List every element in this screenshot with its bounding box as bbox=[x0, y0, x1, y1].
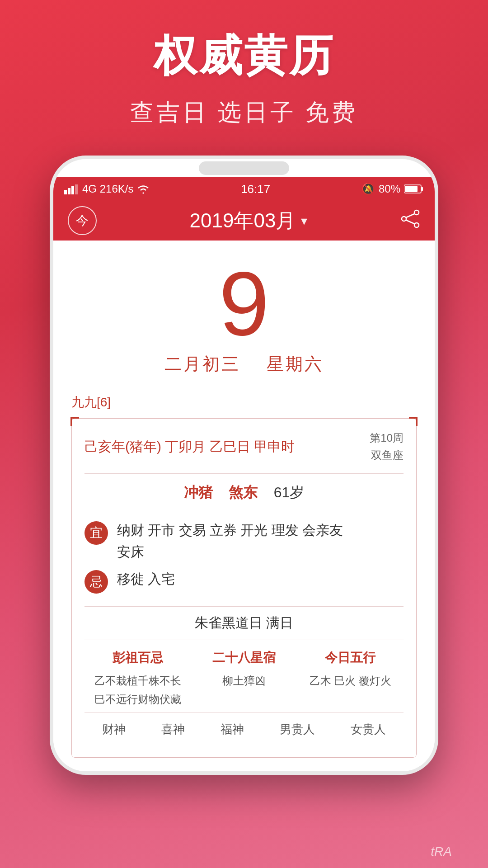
svg-point-7 bbox=[414, 210, 419, 215]
sha-label: 煞东 bbox=[229, 484, 258, 500]
spacer bbox=[247, 354, 260, 373]
week-num: 第10周 bbox=[370, 429, 404, 447]
phone-content: 9 二月初三 星期六 九九[6] 己亥年(猪年) 丁卯月 乙巳日 甲申时 第10… bbox=[53, 241, 435, 771]
status-left: 4G 216K/s bbox=[64, 183, 150, 195]
yi-row: 宜 纳财 开市 交易 立券 开光 理发 会亲友安床 bbox=[84, 519, 404, 563]
phone-mockup: 4G 216K/s 16:17 🔕 80% bbox=[50, 156, 438, 775]
lunar-date: 二月初三 bbox=[164, 354, 240, 373]
svg-rect-5 bbox=[421, 187, 423, 191]
wifi-icon bbox=[137, 184, 150, 194]
marketing-title: 权威黄历 bbox=[154, 27, 334, 86]
chong-label: 冲猪 bbox=[184, 484, 213, 500]
footer-nanguiren: 男贵人 bbox=[280, 722, 315, 737]
month-arrow: ▾ bbox=[301, 213, 307, 228]
pengzu-content: 乙不栽植千株不长巳不远行财物伏藏 bbox=[84, 672, 191, 709]
svg-rect-0 bbox=[64, 190, 67, 194]
zodiac: 双鱼座 bbox=[370, 447, 404, 464]
yi-content: 纳财 开市 交易 立券 开光 理发 会亲友安床 bbox=[117, 519, 404, 563]
status-right: 🔕 80% bbox=[361, 183, 424, 195]
footer-caisheng: 财神 bbox=[102, 722, 126, 737]
chong-row: 冲猪 煞东 61岁 bbox=[84, 474, 404, 512]
share-button[interactable] bbox=[400, 209, 420, 233]
date-display: 9 二月初三 星期六 bbox=[53, 241, 435, 385]
marketing-subtitle: 查吉日 选日子 免费 bbox=[130, 97, 358, 128]
svg-rect-1 bbox=[68, 188, 70, 194]
svg-line-11 bbox=[406, 220, 414, 224]
week-zodiac: 第10周 双鱼座 bbox=[370, 429, 404, 464]
three-cols: 彭祖百忌 乙不栽植千株不长巳不远行财物伏藏 二十八星宿 柳土獐凶 今日五行 bbox=[84, 640, 404, 713]
today-label: 今 bbox=[76, 212, 89, 229]
status-bar: 4G 216K/s 16:17 🔕 80% bbox=[53, 177, 435, 201]
age-label: 61岁 bbox=[274, 484, 305, 500]
svg-rect-2 bbox=[71, 186, 74, 194]
month-title[interactable]: 2019年03月 ▾ bbox=[190, 208, 308, 234]
info-card: 己亥年(猪年) 丁卯月 乙巳日 甲申时 第10周 双鱼座 冲猪 煞东 61岁 bbox=[71, 418, 417, 758]
yi-badge: 宜 bbox=[84, 521, 108, 545]
xiu-col: 二十八星宿 柳土獐凶 bbox=[191, 649, 297, 709]
pengzu-title: 彭祖百忌 bbox=[84, 649, 191, 666]
calendar-info-section: 九九[6] 己亥年(猪年) 丁卯月 乙巳日 甲申时 第10周 双鱼座 冲猪 bbox=[53, 385, 435, 771]
mute-icon: 🔕 bbox=[361, 183, 375, 195]
battery-icon bbox=[404, 184, 424, 194]
nine-nine-label: 九九[6] bbox=[71, 394, 417, 411]
app-header: 今 2019年03月 ▾ bbox=[53, 201, 435, 241]
phone-top-bar bbox=[53, 159, 435, 177]
yi-ji-section: 宜 纳财 开市 交易 立券 开光 理发 会亲友安床 忌 移徙 入宅 bbox=[84, 512, 404, 607]
bottom-watermark: tRA bbox=[431, 844, 452, 859]
signal-icon bbox=[64, 184, 79, 194]
ganzhi-text: 己亥年(猪年) 丁卯月 乙巳日 甲申时 bbox=[84, 438, 295, 456]
big-day-number: 9 bbox=[219, 259, 269, 349]
black-day-row: 朱雀黑道日 满日 bbox=[84, 607, 404, 640]
xiu-title: 二十八星宿 bbox=[191, 649, 297, 666]
ji-row: 忌 移徙 入宅 bbox=[84, 568, 404, 594]
date-subtitle: 二月初三 星期六 bbox=[164, 353, 324, 376]
app-background: 权威黄历 查吉日 选日子 免费 4G 216K/s bbox=[0, 0, 488, 868]
yi-label: 宜 bbox=[90, 524, 103, 542]
share-icon bbox=[400, 209, 420, 229]
wuxing-title: 今日五行 bbox=[297, 649, 404, 666]
footer-xisheng: 喜神 bbox=[161, 722, 185, 737]
footer-row: 财神 喜神 福神 男贵人 女贵人 bbox=[84, 712, 404, 746]
battery-percent: 80% bbox=[379, 183, 400, 195]
weekday: 星期六 bbox=[267, 354, 324, 373]
wuxing-col: 今日五行 乙木 巳火 覆灯火 bbox=[297, 649, 404, 709]
today-button[interactable]: 今 bbox=[68, 206, 97, 235]
xiu-content: 柳土獐凶 bbox=[191, 672, 297, 690]
svg-line-10 bbox=[406, 214, 414, 217]
status-time: 16:17 bbox=[241, 182, 270, 196]
svg-rect-3 bbox=[75, 184, 78, 194]
ji-label: 忌 bbox=[90, 573, 103, 590]
wuxing-content: 乙木 巳火 覆灯火 bbox=[297, 672, 404, 690]
footer-fusheng: 福神 bbox=[221, 722, 244, 737]
speed-indicator: 4G 216K/s bbox=[82, 183, 133, 195]
svg-point-8 bbox=[402, 217, 406, 221]
pengzu-col: 彭祖百忌 乙不栽植千株不长巳不远行财物伏藏 bbox=[84, 649, 191, 709]
month-text: 2019年03月 bbox=[190, 208, 296, 234]
sha-spacer bbox=[262, 484, 270, 500]
svg-point-9 bbox=[414, 223, 419, 227]
ji-badge: 忌 bbox=[84, 570, 108, 594]
ganzhi-row: 己亥年(猪年) 丁卯月 乙巳日 甲申时 第10周 双鱼座 bbox=[84, 429, 404, 474]
chong-spacer bbox=[217, 484, 225, 500]
ji-content: 移徙 入宅 bbox=[117, 568, 404, 590]
svg-rect-6 bbox=[405, 186, 418, 192]
footer-nvguiren: 女贵人 bbox=[351, 722, 386, 737]
phone-notch bbox=[199, 161, 289, 175]
